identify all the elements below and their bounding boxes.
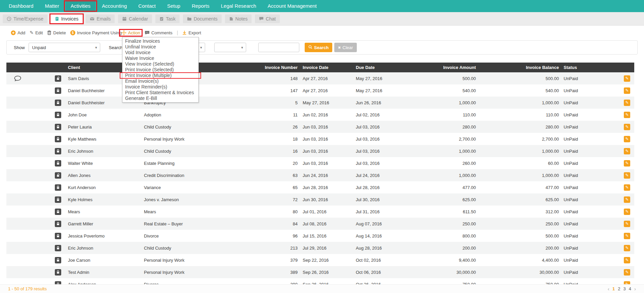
edit-invoice-icon[interactable]: ✎ [624,184,630,191]
tab-notes[interactable]: Notes [225,14,252,23]
table-row[interactable]: Mears Mears 80 Jul 01, 2016 Jul 31, 2016… [6,206,634,218]
search-operator-select[interactable]: ▾ [214,43,246,52]
header-invoice-amount: Invoice Amount [407,63,477,72]
table-row[interactable]: Walter White Estate Planning 20 Jun 03, … [6,157,634,169]
menu-item-view-invoice-selected[interactable]: View Invoice (Selected) [122,61,198,67]
menu-item-unfinal-invoice[interactable]: Unfinal Invoice [122,44,198,50]
tab-chat[interactable]: Chat [255,14,280,23]
tab-documents[interactable]: Documents [183,14,222,23]
edit-invoice-icon[interactable]: ✎ [624,281,630,285]
edit-invoice-icon[interactable]: ✎ [624,245,630,251]
menu-item-waive-invoice[interactable]: Waive Invoice [122,56,198,61]
nav-item-legal-research[interactable]: Legal Research [216,0,261,12]
edit-invoice-icon[interactable]: ✎ [624,100,630,106]
edit-invoice-icon[interactable]: ✎ [624,75,630,82]
tab-calendar[interactable]: Calendar [118,14,152,23]
page-2[interactable]: 2 [618,286,620,291]
menu-item-void-invoice[interactable]: Void Invoice [122,50,198,56]
search-button[interactable]: Search [305,43,332,52]
chevron-left-icon[interactable]: ‹ [608,286,609,292]
menu-item-print-invoice-selected[interactable]: Print Invoice (Selected) [122,67,198,73]
edit-button[interactable]: ✎ Edit [30,30,43,35]
table-row[interactable]: Sam Davis 148 Apr 27, 2016 May 27, 2016 … [6,72,634,84]
table-row[interactable]: Peter Lauria Child Custody 26 Jun 03, 20… [6,121,634,133]
comment-indicator-icon[interactable] [14,76,21,81]
tab-task[interactable]: Task [155,14,180,23]
export-button[interactable]: Export [182,30,201,35]
comment-cell [6,193,50,206]
client-cell: John Doe [65,109,141,121]
page-4[interactable]: 4 [629,286,631,291]
edit-invoice-icon[interactable]: ✎ [624,160,630,167]
edit-invoice-icon[interactable]: ✎ [624,196,630,203]
table-row[interactable]: Kurt Anderson Variance 65 Jun 28, 2016 J… [6,181,634,193]
edit-invoice-icon[interactable]: ✎ [624,148,630,154]
nav-item-accounting[interactable]: Accounting [97,0,131,12]
page-3[interactable]: 3 [623,286,626,291]
comments-button[interactable]: Comments [145,30,173,35]
table-row[interactable]: Kyle Holmes Jones v. Jameson 72 Jun 30, … [6,193,634,206]
nav-item-account-management[interactable]: Account Management [263,0,321,12]
tab-time-expense[interactable]: Time/Expense [3,14,47,23]
nav-item-matter[interactable]: Matter [40,0,64,12]
clear-button[interactable]: ✖ Clear [334,43,356,52]
table-row[interactable]: Test Admin Personal Injury Work 389 Sep … [6,266,634,278]
delete-button[interactable]: Delete [47,30,66,35]
action-button[interactable]: Action [121,30,140,35]
edit-invoice-icon[interactable]: ✎ [624,172,630,179]
table-row[interactable]: Alex Anderson Divorce 390 Sep 26, 2016 O… [6,278,634,284]
invoice-icon [55,16,59,21]
search-input[interactable] [258,43,299,52]
table-row[interactable]: Kyle Matthews Personal Injury Work 18 Ju… [6,133,634,145]
edit-cell: ✎ [604,133,634,145]
lock-icon [55,269,61,276]
invoice-amount-cell: 280.00 [407,121,477,133]
edit-invoice-icon[interactable]: ✎ [624,257,630,263]
lock-icon [55,196,61,203]
nav-item-activities[interactable]: Activities [66,0,95,12]
chevron-right-icon[interactable]: › [634,286,636,292]
table-row[interactable]: Garrett Miller Real Estate – Buyer 84 Ju… [6,218,634,230]
edit-invoice-icon[interactable]: ✎ [624,124,630,130]
app-window: Dashboard Matter Activities Accounting C… [0,0,644,293]
table-row[interactable]: Joe Carson Personal Injury Work 379 Sep … [6,254,634,266]
nav-item-setup[interactable]: Setup [162,0,185,12]
edit-cell: ✎ [604,121,634,133]
status-filter-select[interactable]: Unpaid ▾ [29,43,100,52]
add-button[interactable]: Add [11,30,25,35]
edit-cell: ✎ [604,193,634,206]
nav-item-reports[interactable]: Reports [187,0,214,12]
edit-invoice-icon[interactable]: ✎ [624,112,630,118]
invoice-payment-using-button[interactable]: $ Invoice Payment Using [70,30,122,35]
table-row[interactable]: Eric Johnson Child Custody 16 Jun 03, 20… [6,145,634,157]
edit-invoice-icon[interactable]: ✎ [624,209,630,215]
tab-emails[interactable]: Emails [86,14,115,23]
menu-item-generate-e-bill[interactable]: Generate E-Bill [122,96,198,101]
edit-invoice-icon[interactable]: ✎ [624,87,630,94]
invoice-date-cell: Jun 28, 2016 [299,181,349,193]
menu-item-print-client-statement-invoices[interactable]: Print Client Statement & Invoices [122,90,198,96]
menu-item-email-invoices[interactable]: Email Invoice(s) [122,78,198,84]
chat-icon [259,16,264,21]
nav-item-contact[interactable]: Contact [134,0,160,12]
table-row[interactable]: Daniel Buchheister Bankruptcy 5 May 27, … [6,97,634,109]
table-row[interactable]: Allen Jones Credit Discrimination 63 Jun… [6,169,634,181]
edit-invoice-icon[interactable]: ✎ [624,136,630,142]
invoice-amount-cell: 2,700.00 [407,133,477,145]
tab-invoices[interactable]: Invoices [51,14,82,23]
menu-item-print-invoice-multiple[interactable]: Print Invoice (Multiple) [122,73,198,78]
table-row[interactable]: John Doe Adoption 11 Jun 02, 2016 Jul 02… [6,109,634,121]
table-row[interactable]: Daniel Buchheister 147 Apr 27, 2016 May … [6,84,634,97]
menu-item-finalize-invoices[interactable]: Finalize Invoices [122,38,198,44]
table-row[interactable]: Jessica Poverlomo Divorce 96 Jul 15, 201… [6,230,634,242]
nav-item-dashboard[interactable]: Dashboard [4,0,38,12]
menu-item-invoice-reminders[interactable]: Invoice Reminder(s) [122,84,198,90]
invoice-date-cell: Jun 24, 2016 [299,169,349,181]
edit-invoice-icon[interactable]: ✎ [624,221,630,227]
lock-cell [50,254,65,266]
edit-invoice-icon[interactable]: ✎ [624,233,630,239]
page-1[interactable]: 1 [612,286,615,291]
edit-invoice-icon[interactable]: ✎ [624,269,630,276]
client-cell: Kyle Matthews [65,133,141,145]
table-row[interactable]: Eric Johnson Child Custody 213 Jul 29, 2… [6,242,634,254]
